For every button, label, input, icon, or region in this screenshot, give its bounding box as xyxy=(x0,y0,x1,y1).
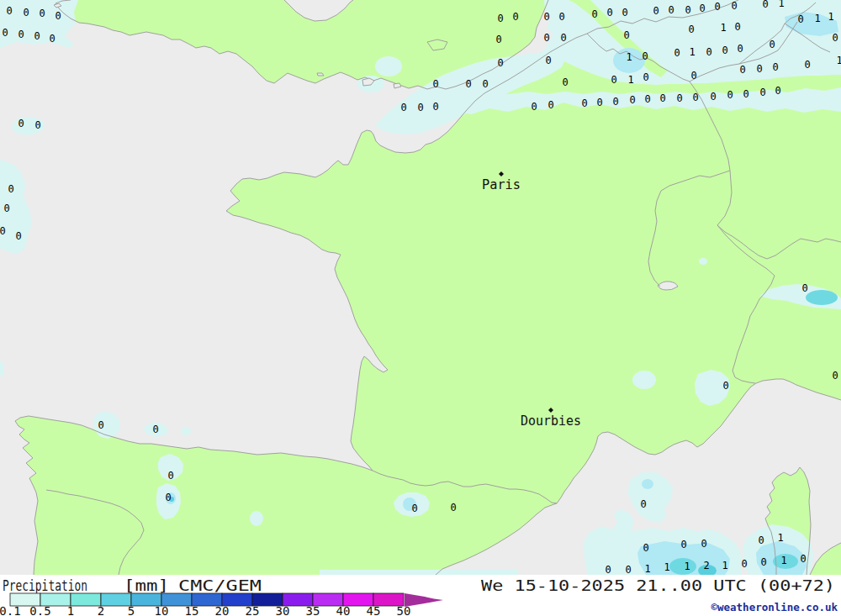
precip-value-marker: 0 xyxy=(545,55,551,66)
precip-value-marker: 0 xyxy=(611,74,616,86)
precip-value-marker: 0 xyxy=(482,78,488,90)
precip-value-marker: 0 xyxy=(543,32,549,44)
precip-value-marker: 1 xyxy=(644,563,650,575)
legend-tick-1: 1 xyxy=(67,604,74,616)
precip-value-marker: 0 xyxy=(432,101,438,113)
precip-value-marker: 0 xyxy=(15,230,21,242)
copyright-link[interactable]: ©weatheronline.co.uk xyxy=(711,601,838,613)
precip-value-marker: 0 xyxy=(737,43,743,55)
precip-value-marker: 0 xyxy=(625,564,631,576)
legend-tick-0.5: 0.5 xyxy=(29,604,50,616)
precip-value-marker: 0 xyxy=(531,101,537,113)
precip-rhone-patch xyxy=(632,371,656,389)
precip-value-marker: 0 xyxy=(411,503,417,514)
precip-value-marker: 0 xyxy=(18,118,24,129)
precip-value-marker: 0 xyxy=(743,88,748,100)
precip-bottom-strip xyxy=(320,570,517,575)
precip-value-marker: 0 xyxy=(775,85,780,97)
precip-value-marker: 0 xyxy=(801,282,807,294)
precip-value-marker: 1 xyxy=(720,22,726,34)
precip-value-marker: 0 xyxy=(797,13,803,25)
channel-islet-1 xyxy=(317,73,324,76)
precip-alps-core xyxy=(806,290,838,305)
precip-value-marker: 0 xyxy=(543,11,549,23)
precip-value-marker: 0 xyxy=(769,39,775,50)
precip-value-marker: 0 xyxy=(621,7,627,18)
precip-value-marker: 0 xyxy=(832,370,838,382)
precip-value-marker: 1 xyxy=(828,11,833,23)
precip-value-marker: 0 xyxy=(680,539,686,550)
precip-value-marker: 0 xyxy=(674,47,680,59)
precip-spain-3 xyxy=(181,427,191,435)
precip-value-marker: 0 xyxy=(465,78,471,90)
precip-value-marker: 1 xyxy=(836,55,841,66)
legend-tick-40: 40 xyxy=(336,604,351,616)
weather-map-page: 0000000000000000000000000000101101000000… xyxy=(0,0,841,616)
precip-value-marker: 0 xyxy=(706,46,711,58)
legend-tick-35: 35 xyxy=(306,604,320,616)
precip-value-marker: 1 xyxy=(627,74,633,86)
precip-value-marker: 2 xyxy=(703,560,709,571)
precip-value-marker: 0 xyxy=(701,538,706,550)
precip-value-marker: 0 xyxy=(497,57,503,69)
precip-value-marker: 0 xyxy=(800,553,806,565)
unit-label: [mm] xyxy=(124,577,169,594)
precip-value-marker: 0 xyxy=(612,96,618,108)
precip-value-marker: 0 xyxy=(400,102,406,113)
precip-value-marker: 0 xyxy=(642,50,648,62)
precip-value-marker: 1 xyxy=(777,532,783,544)
legend-tick-25: 25 xyxy=(246,604,260,616)
legend-tick-20: 20 xyxy=(215,604,230,616)
precip-jura-dot xyxy=(699,258,707,265)
precip-value-marker: 0 xyxy=(495,34,501,45)
precip-value-marker: 0 xyxy=(2,27,8,39)
precip-value-marker: 0 xyxy=(659,92,665,104)
precip-value-marker: 0 xyxy=(8,183,13,195)
precip-value-marker: 0 xyxy=(165,492,171,503)
precip-value-marker: 0 xyxy=(653,5,659,17)
precip-value-marker: 1 xyxy=(778,0,784,9)
precip-value-marker: 0 xyxy=(152,424,158,435)
precip-value-marker: 0 xyxy=(55,10,61,22)
precip-value-marker: 0 xyxy=(722,45,727,56)
precip-value-marker: 0 xyxy=(629,94,635,106)
precip-value-marker: 1 xyxy=(689,46,695,58)
precip-value-marker: 0 xyxy=(758,534,764,546)
precip-value-marker: 1 xyxy=(626,51,632,63)
precip-value-marker: 0 xyxy=(497,13,503,24)
precip-value-marker: 0 xyxy=(643,542,648,554)
precip-value-marker: 0 xyxy=(643,71,648,83)
legend-tick-0.1: 0.1 xyxy=(0,604,21,616)
precip-value-marker: 0 xyxy=(739,64,745,76)
precip-value-marker: 1 xyxy=(814,13,820,24)
precip-value-marker: 0 xyxy=(731,0,737,12)
legend-tick-30: 30 xyxy=(276,604,290,616)
precip-left-sliver xyxy=(0,361,3,376)
city-label-dourbies: Dourbies xyxy=(521,413,581,429)
precip-value-marker: 0 xyxy=(741,558,747,570)
precip-value-marker: 0 xyxy=(547,99,553,111)
precip-value-marker: 0 xyxy=(623,29,629,41)
product-title: Precipitation xyxy=(3,577,87,594)
precip-value-marker: 0 xyxy=(832,32,838,44)
legend-tick-10: 10 xyxy=(155,604,169,616)
precip-value-marker: 0 xyxy=(39,8,45,19)
precip-value-marker: 0 xyxy=(756,63,762,75)
precip-channel-blob-1 xyxy=(375,56,402,76)
precip-value-marker: 1 xyxy=(664,561,669,573)
city-label-paris: Paris xyxy=(482,177,521,192)
precip-value-marker: 0 xyxy=(3,203,9,214)
precip-value-marker: 0 xyxy=(34,119,40,131)
precip-value-marker: 0 xyxy=(591,8,597,20)
legend-tick-45: 45 xyxy=(367,604,381,616)
precip-value-marker: 0 xyxy=(18,29,24,40)
precip-value-marker: 0 xyxy=(606,7,612,18)
precipitation-map: 0000000000000000000000000000101101000000… xyxy=(0,0,841,616)
precip-value-marker: 0 xyxy=(596,97,602,108)
precip-value-marker: 1 xyxy=(722,560,727,571)
precip-value-marker: 0 xyxy=(688,24,694,35)
precip-ligurian-west-core1 xyxy=(669,558,696,575)
precip-value-marker: 0 xyxy=(714,1,720,13)
precip-value-marker: 0 xyxy=(417,102,423,113)
precip-value-marker: 0 xyxy=(722,380,728,392)
